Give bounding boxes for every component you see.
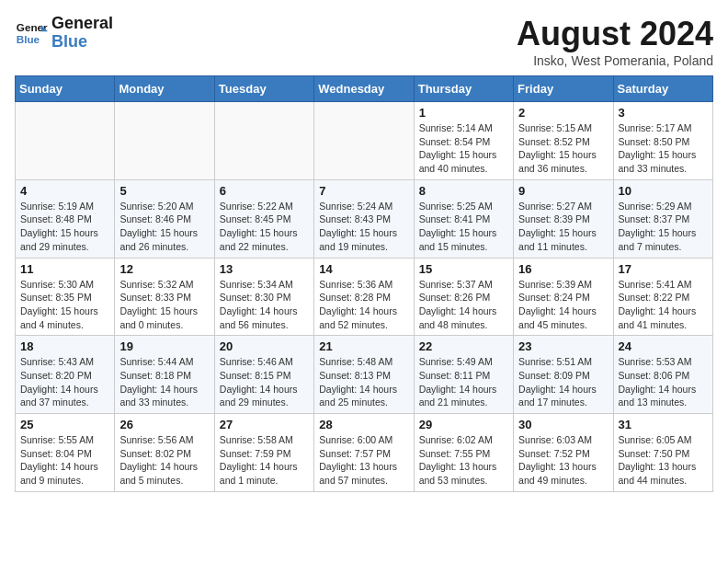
day-number: 10 [619, 184, 708, 198]
calendar-cell: 2Sunrise: 5:15 AM Sunset: 8:52 PM Daylig… [514, 102, 613, 180]
day-info: Sunrise: 5:49 AM Sunset: 8:11 PM Dayligh… [419, 355, 508, 409]
day-info: Sunrise: 5:27 AM Sunset: 8:39 PM Dayligh… [518, 200, 608, 254]
day-number: 22 [419, 339, 508, 353]
day-info: Sunrise: 5:39 AM Sunset: 8:24 PM Dayligh… [518, 278, 608, 332]
logo: General Blue General Blue [15, 15, 113, 52]
calendar-cell: 22Sunrise: 5:49 AM Sunset: 8:11 PM Dayli… [414, 336, 513, 414]
month-year: August 2024 [517, 15, 713, 53]
weekday-header-monday: Monday [115, 76, 214, 102]
day-info: Sunrise: 6:02 AM Sunset: 7:55 PM Dayligh… [419, 433, 508, 488]
day-number: 15 [419, 262, 508, 276]
calendar-week-1: 1Sunrise: 5:14 AM Sunset: 8:54 PM Daylig… [16, 102, 713, 180]
calendar-cell: 17Sunrise: 5:41 AM Sunset: 8:22 PM Dayli… [613, 258, 712, 336]
day-number: 5 [119, 184, 209, 198]
calendar-cell: 6Sunrise: 5:22 AM Sunset: 8:45 PM Daylig… [214, 179, 313, 258]
calendar-cell: 29Sunrise: 6:02 AM Sunset: 7:55 PM Dayli… [414, 414, 513, 492]
day-info: Sunrise: 5:58 AM Sunset: 7:59 PM Dayligh… [220, 433, 309, 488]
day-number: 7 [319, 184, 408, 198]
day-number: 23 [518, 339, 608, 353]
calendar-week-4: 18Sunrise: 5:43 AM Sunset: 8:20 PM Dayli… [16, 336, 713, 414]
day-info: Sunrise: 5:34 AM Sunset: 8:30 PM Dayligh… [220, 278, 309, 332]
calendar-cell: 25Sunrise: 5:55 AM Sunset: 8:04 PM Dayli… [16, 414, 115, 492]
day-number: 6 [220, 184, 309, 198]
day-info: Sunrise: 5:48 AM Sunset: 8:13 PM Dayligh… [319, 355, 408, 409]
day-info: Sunrise: 5:22 AM Sunset: 8:45 PM Dayligh… [220, 200, 309, 254]
calendar-cell: 30Sunrise: 6:03 AM Sunset: 7:52 PM Dayli… [514, 414, 613, 492]
day-info: Sunrise: 5:20 AM Sunset: 8:46 PM Dayligh… [119, 200, 209, 254]
day-number: 9 [518, 184, 608, 198]
calendar-cell [314, 102, 414, 180]
day-info: Sunrise: 5:36 AM Sunset: 8:28 PM Dayligh… [319, 278, 408, 332]
weekday-header-sunday: Sunday [16, 76, 115, 102]
day-number: 25 [20, 418, 109, 431]
day-number: 8 [419, 184, 508, 198]
calendar-week-3: 11Sunrise: 5:30 AM Sunset: 8:35 PM Dayli… [16, 258, 713, 336]
calendar-cell: 26Sunrise: 5:56 AM Sunset: 8:02 PM Dayli… [115, 414, 214, 492]
day-number: 31 [619, 418, 708, 431]
weekday-header-saturday: Saturday [613, 76, 712, 102]
day-number: 19 [119, 339, 209, 353]
day-number: 4 [20, 184, 109, 198]
calendar-cell: 27Sunrise: 5:58 AM Sunset: 7:59 PM Dayli… [214, 414, 313, 492]
calendar-cell: 1Sunrise: 5:14 AM Sunset: 8:54 PM Daylig… [414, 102, 513, 180]
day-info: Sunrise: 5:51 AM Sunset: 8:09 PM Dayligh… [518, 355, 608, 409]
calendar-cell: 23Sunrise: 5:51 AM Sunset: 8:09 PM Dayli… [514, 336, 613, 414]
location: Insko, West Pomerania, Poland [517, 53, 713, 68]
calendar-cell: 8Sunrise: 5:25 AM Sunset: 8:41 PM Daylig… [414, 179, 513, 258]
day-info: Sunrise: 5:44 AM Sunset: 8:18 PM Dayligh… [119, 355, 209, 409]
day-info: Sunrise: 5:55 AM Sunset: 8:04 PM Dayligh… [20, 433, 109, 488]
day-number: 26 [119, 418, 209, 431]
logo-icon: General Blue [15, 17, 48, 50]
weekday-header-tuesday: Tuesday [214, 76, 313, 102]
logo-blue: Blue [51, 33, 113, 52]
day-number: 1 [419, 106, 508, 120]
calendar-cell: 24Sunrise: 5:53 AM Sunset: 8:06 PM Dayli… [613, 336, 712, 414]
day-info: Sunrise: 5:53 AM Sunset: 8:06 PM Dayligh… [619, 355, 708, 409]
day-info: Sunrise: 6:03 AM Sunset: 7:52 PM Dayligh… [518, 433, 608, 488]
day-info: Sunrise: 5:25 AM Sunset: 8:41 PM Dayligh… [419, 200, 508, 254]
title-block: August 2024 Insko, West Pomerania, Polan… [517, 15, 713, 68]
day-number: 14 [319, 262, 408, 276]
day-info: Sunrise: 5:15 AM Sunset: 8:52 PM Dayligh… [518, 121, 608, 176]
day-info: Sunrise: 5:46 AM Sunset: 8:15 PM Dayligh… [220, 355, 309, 409]
calendar-table: SundayMondayTuesdayWednesdayThursdayFrid… [15, 75, 713, 492]
calendar-cell: 5Sunrise: 5:20 AM Sunset: 8:46 PM Daylig… [115, 179, 214, 258]
logo-general: General [51, 15, 113, 33]
weekday-header-wednesday: Wednesday [314, 76, 414, 102]
day-info: Sunrise: 5:19 AM Sunset: 8:48 PM Dayligh… [20, 200, 109, 254]
day-number: 24 [619, 339, 708, 353]
svg-text:Blue: Blue [17, 33, 40, 45]
day-info: Sunrise: 5:43 AM Sunset: 8:20 PM Dayligh… [20, 355, 109, 409]
calendar-cell: 15Sunrise: 5:37 AM Sunset: 8:26 PM Dayli… [414, 258, 513, 336]
calendar-cell: 4Sunrise: 5:19 AM Sunset: 8:48 PM Daylig… [16, 179, 115, 258]
calendar-cell: 12Sunrise: 5:32 AM Sunset: 8:33 PM Dayli… [115, 258, 214, 336]
day-number: 18 [20, 339, 109, 353]
calendar-cell: 16Sunrise: 5:39 AM Sunset: 8:24 PM Dayli… [514, 258, 613, 336]
day-number: 28 [319, 418, 408, 431]
day-number: 11 [20, 262, 109, 276]
day-info: Sunrise: 5:56 AM Sunset: 8:02 PM Dayligh… [119, 433, 209, 488]
page-header: General Blue General Blue August 2024 In… [15, 15, 713, 68]
calendar-cell [214, 102, 313, 180]
calendar-cell: 19Sunrise: 5:44 AM Sunset: 8:18 PM Dayli… [115, 336, 214, 414]
day-info: Sunrise: 5:37 AM Sunset: 8:26 PM Dayligh… [419, 278, 508, 332]
calendar-cell [115, 102, 214, 180]
day-number: 20 [220, 339, 309, 353]
weekday-header-thursday: Thursday [414, 76, 513, 102]
calendar-cell: 28Sunrise: 6:00 AM Sunset: 7:57 PM Dayli… [314, 414, 414, 492]
calendar-cell: 21Sunrise: 5:48 AM Sunset: 8:13 PM Dayli… [314, 336, 414, 414]
calendar-cell: 7Sunrise: 5:24 AM Sunset: 8:43 PM Daylig… [314, 179, 414, 258]
day-number: 2 [518, 106, 608, 120]
day-info: Sunrise: 5:41 AM Sunset: 8:22 PM Dayligh… [619, 278, 708, 332]
calendar-week-2: 4Sunrise: 5:19 AM Sunset: 8:48 PM Daylig… [16, 179, 713, 258]
calendar-cell: 11Sunrise: 5:30 AM Sunset: 8:35 PM Dayli… [16, 258, 115, 336]
calendar-header-row: SundayMondayTuesdayWednesdayThursdayFrid… [16, 76, 713, 102]
day-info: Sunrise: 5:32 AM Sunset: 8:33 PM Dayligh… [119, 278, 209, 332]
day-number: 12 [119, 262, 209, 276]
calendar-cell: 9Sunrise: 5:27 AM Sunset: 8:39 PM Daylig… [514, 179, 613, 258]
calendar-cell: 20Sunrise: 5:46 AM Sunset: 8:15 PM Dayli… [214, 336, 313, 414]
day-number: 17 [619, 262, 708, 276]
calendar-cell: 13Sunrise: 5:34 AM Sunset: 8:30 PM Dayli… [214, 258, 313, 336]
day-info: Sunrise: 5:24 AM Sunset: 8:43 PM Dayligh… [319, 200, 408, 254]
day-number: 27 [220, 418, 309, 431]
